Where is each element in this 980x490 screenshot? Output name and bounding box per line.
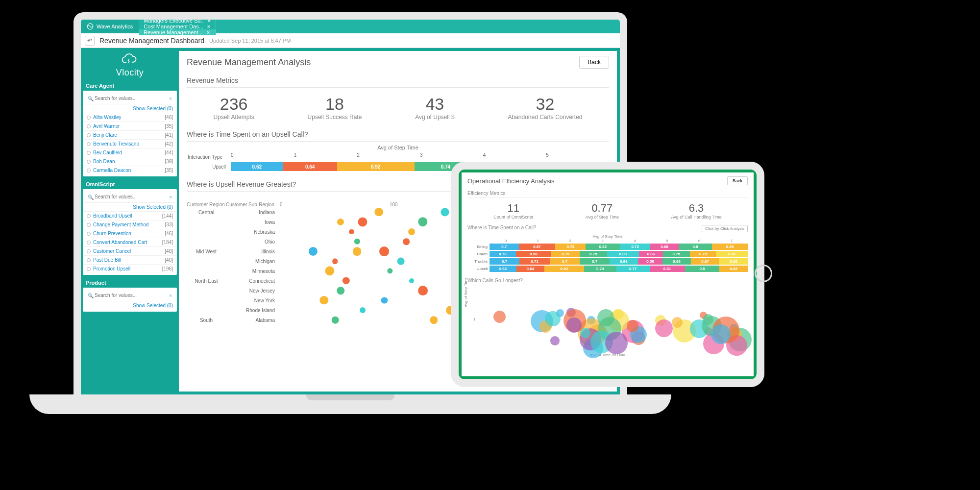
bar-segment[interactable]: 0.98 <box>516 251 551 257</box>
facet-item[interactable]: Bev Caulfield[44] <box>83 148 177 157</box>
scatter-dot[interactable] <box>332 258 338 264</box>
scatter-dot[interactable] <box>397 258 405 265</box>
facet-item[interactable]: Benvenuto Trevisano[42] <box>83 139 177 148</box>
bubble-point[interactable] <box>613 309 624 319</box>
bar-segment[interactable]: 0.7 <box>580 258 610 265</box>
bar-segment[interactable]: 0.64 <box>516 266 544 272</box>
scatter-dot[interactable] <box>375 208 383 216</box>
back-button[interactable]: Back <box>579 56 609 69</box>
bar-segment[interactable]: 0.66 <box>662 258 691 265</box>
bar-segment[interactable]: 0.75 <box>580 251 607 257</box>
scatter-dot[interactable] <box>387 268 392 273</box>
facet-item[interactable]: Convert Abandoned Cart[184] <box>83 238 177 246</box>
tab[interactable]: Managers Executive Su..× <box>139 18 216 24</box>
tab[interactable]: Cost Management Das...× <box>139 24 216 29</box>
tablet-home-button[interactable] <box>755 265 772 282</box>
facet-item[interactable]: Benji Clare[41] <box>83 130 177 139</box>
bar-segment[interactable]: 0.73 <box>555 244 586 250</box>
bar-segment[interactable]: 0.71 <box>519 258 550 265</box>
stacked-bar[interactable]: 0.730.980.790.750.890.660.750.730.87 <box>490 251 748 257</box>
bar-segment[interactable]: 0.7 <box>490 244 519 250</box>
bar-segment[interactable]: 0.66 <box>639 251 663 257</box>
app-brand[interactable]: Wave Analytics <box>81 20 139 33</box>
bar-segment[interactable]: 0.68 <box>650 244 679 250</box>
stacked-bar[interactable]: 0.620.640.920.740.770.810.80.65 <box>490 266 748 272</box>
bar-segment[interactable]: 0.73 <box>690 251 716 257</box>
bar-segment[interactable]: 0.74 <box>584 266 616 272</box>
bar-segment[interactable]: 0.81 <box>650 266 685 272</box>
scatter-dot[interactable] <box>354 239 360 245</box>
scatter-dot[interactable] <box>403 238 410 245</box>
click-analysis-button[interactable]: Click-by-Click Analysis <box>702 225 748 232</box>
search-input[interactable] <box>86 291 174 299</box>
bar-segment[interactable]: 0.87 <box>716 251 748 257</box>
tab[interactable]: Revenue Management...× <box>139 29 216 35</box>
bar-segment[interactable]: 0.89 <box>607 251 639 257</box>
scatter-dot[interactable] <box>325 266 334 275</box>
scatter-dot[interactable] <box>418 286 428 295</box>
scatter-dot[interactable] <box>380 246 390 256</box>
facet-item[interactable]: Past Due Bill[40] <box>83 255 177 264</box>
close-icon[interactable]: × <box>207 18 210 24</box>
stacked-bar[interactable]: 0.70.870.730.820.720.680.80.85 <box>490 244 748 250</box>
facet-item[interactable]: Customer Cancel[40] <box>83 246 177 255</box>
bubble-point[interactable] <box>627 320 638 332</box>
bar-segment[interactable]: 0.87 <box>519 244 555 250</box>
scatter-dot[interactable] <box>381 297 388 303</box>
facet-item[interactable]: Bob Dean[39] <box>83 157 177 166</box>
bar-segment[interactable]: 0.8 <box>685 266 720 272</box>
bar-segment[interactable]: 0.72 <box>620 244 650 250</box>
facet-item[interactable]: Carmella Deacon[35] <box>83 166 177 174</box>
scatter-dot[interactable] <box>408 228 415 235</box>
bar-segment[interactable]: 0.64 <box>283 162 337 171</box>
facet-item[interactable]: Change Payment Method[33] <box>83 220 177 229</box>
scatter-dot[interactable] <box>337 287 344 294</box>
show-selected-link[interactable]: Show Selected (0) <box>83 203 177 211</box>
scatter-dot[interactable] <box>331 317 339 324</box>
bubble-point[interactable] <box>655 319 673 337</box>
facet-item[interactable]: Broadband Upsell[144] <box>83 211 177 220</box>
bar-segment[interactable]: 0.62 <box>231 162 283 171</box>
show-selected-link[interactable]: Show Selected (0) <box>83 301 177 310</box>
scatter-dot[interactable] <box>309 247 318 256</box>
facet-item[interactable]: Churn Prevention[46] <box>83 229 177 238</box>
bar-segment[interactable]: 0.73 <box>490 251 516 257</box>
close-icon[interactable]: × <box>207 29 210 35</box>
scatter-dot[interactable] <box>337 219 344 225</box>
bar-segment[interactable]: 0.7 <box>550 258 580 265</box>
bar-segment[interactable]: 0.67 <box>691 258 719 265</box>
scatter-dot[interactable] <box>349 229 354 234</box>
clear-icon[interactable]: × <box>169 194 172 199</box>
tablet-stacked-bars[interactable]: Billing0.70.870.730.820.720.680.80.85Chu… <box>467 243 748 272</box>
bar-segment[interactable]: 0.7 <box>490 258 519 265</box>
scatter-dot[interactable] <box>418 217 427 226</box>
bubble-point[interactable] <box>545 311 560 326</box>
bar-segment[interactable]: 0.77 <box>616 266 650 272</box>
bar-segment[interactable]: 0.8 <box>679 244 712 250</box>
bar-segment[interactable]: 0.92 <box>337 162 415 171</box>
bar-segment[interactable]: 0.85 <box>712 244 748 250</box>
history-back-icon[interactable]: ↶ <box>85 36 95 46</box>
bubble-chart[interactable]: Avg of Step Time 1 <box>467 288 748 352</box>
facet-item[interactable]: Avril Warner[35] <box>83 122 177 130</box>
bar-segment[interactable]: 0.66 <box>610 258 638 265</box>
facet-item[interactable]: Alita Westley[46] <box>83 113 177 122</box>
scatter-dot[interactable] <box>358 217 367 226</box>
bar-segment[interactable]: 0.92 <box>544 266 584 272</box>
scatter-dot[interactable] <box>320 296 328 304</box>
scatter-dot[interactable] <box>360 307 366 313</box>
search-input[interactable] <box>86 94 174 102</box>
search-input[interactable] <box>86 193 174 201</box>
scatter-dot[interactable] <box>441 208 449 217</box>
scatter-dot[interactable] <box>343 277 349 284</box>
close-icon[interactable]: × <box>207 24 210 29</box>
scatter-dot[interactable] <box>430 316 438 324</box>
stacked-bar[interactable]: 0.70.710.70.70.660.580.660.670.66 <box>490 258 748 265</box>
tablet-back-button[interactable]: Back <box>727 176 748 185</box>
bubble-point[interactable] <box>566 318 582 333</box>
bubble-point[interactable] <box>550 336 559 345</box>
bar-segment[interactable]: 0.66 <box>719 258 748 265</box>
bar-segment[interactable]: 0.62 <box>490 266 516 272</box>
show-selected-link[interactable]: Show Selected (0) <box>83 104 177 113</box>
clear-icon[interactable]: × <box>169 96 172 101</box>
